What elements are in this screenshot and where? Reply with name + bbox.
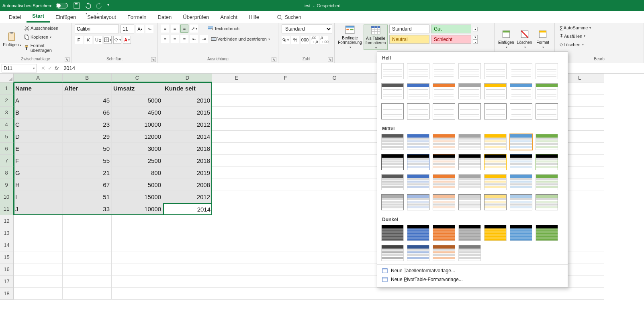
column-header[interactable]: B <box>63 74 112 82</box>
font-dialog-launcher[interactable]: ⬊ <box>151 57 156 62</box>
cell[interactable]: 2010 <box>163 95 212 107</box>
cell[interactable] <box>261 143 310 155</box>
decrease-font-button[interactable]: A▾ <box>145 25 153 33</box>
row-header[interactable]: 4 <box>0 119 14 131</box>
cell[interactable] <box>310 203 359 215</box>
cell[interactable] <box>555 288 604 300</box>
column-header[interactable]: D <box>163 74 212 82</box>
cell-style-good[interactable]: Gut <box>431 25 471 33</box>
cell[interactable] <box>408 288 457 300</box>
cell[interactable]: C <box>14 119 63 131</box>
cell[interactable] <box>261 107 310 119</box>
increase-font-button[interactable]: A▴ <box>136 25 144 33</box>
tab-ansicht[interactable]: Ansicht <box>215 12 243 23</box>
cell[interactable] <box>163 263 212 275</box>
cell[interactable]: 55 <box>63 155 112 167</box>
cell[interactable]: 2012 <box>163 119 212 131</box>
cell[interactable] <box>163 251 212 263</box>
cell[interactable]: H <box>14 179 63 191</box>
cell[interactable] <box>163 288 212 300</box>
align-left-button[interactable]: ≡ <box>161 35 169 43</box>
table-style-thumb[interactable] <box>407 154 429 170</box>
styles-scroll-up[interactable]: ▴ <box>473 27 478 31</box>
cell[interactable] <box>163 227 212 239</box>
cell[interactable]: 5000 <box>112 179 163 191</box>
format-cells-button[interactable]: Format <box>534 29 551 49</box>
cell[interactable]: 2008 <box>163 179 212 191</box>
cell[interactable] <box>261 275 310 288</box>
cell[interactable] <box>261 119 310 131</box>
cell[interactable] <box>261 167 310 179</box>
table-style-thumb[interactable] <box>433 194 455 210</box>
cell[interactable]: 2014 <box>163 131 212 143</box>
tab-formeln[interactable]: Formeln <box>122 12 152 23</box>
cell-style-standard[interactable]: Standard <box>389 25 429 33</box>
select-all-corner[interactable] <box>0 74 14 82</box>
cell[interactable] <box>63 227 112 239</box>
table-style-thumb[interactable] <box>536 154 558 170</box>
column-header[interactable]: A <box>14 74 63 82</box>
table-style-thumb[interactable] <box>381 194 404 210</box>
name-box[interactable]: D11▾ <box>2 64 37 72</box>
autosum-button[interactable]: ∑AutoSumme <box>558 25 640 31</box>
autosave-toggle[interactable] <box>56 3 68 8</box>
table-style-thumb[interactable] <box>407 134 429 150</box>
table-style-thumb[interactable] <box>458 245 481 261</box>
cell[interactable]: J <box>14 203 63 215</box>
cell[interactable] <box>112 251 163 263</box>
tab-start[interactable]: Start <box>27 10 50 23</box>
table-style-thumb[interactable] <box>407 174 429 190</box>
cell[interactable] <box>310 179 359 191</box>
increase-indent-button[interactable]: ⇥ <box>200 35 208 43</box>
table-style-thumb[interactable] <box>381 154 404 170</box>
table-style-thumb[interactable] <box>484 103 507 119</box>
row-header[interactable]: 6 <box>0 143 14 155</box>
cell[interactable] <box>261 251 310 263</box>
cell[interactable] <box>63 275 112 288</box>
decrease-decimal-button[interactable]: ,0→,00 <box>320 36 328 44</box>
cell[interactable] <box>310 131 359 143</box>
table-style-thumb[interactable] <box>381 63 404 79</box>
cell[interactable] <box>212 251 261 263</box>
cell[interactable] <box>506 288 555 300</box>
row-header[interactable]: 9 <box>0 179 14 191</box>
cell[interactable] <box>63 215 112 227</box>
table-style-thumb[interactable] <box>433 63 455 79</box>
wrap-text-button[interactable]: Textumbruch <box>206 25 241 32</box>
table-style-thumb[interactable] <box>381 245 404 261</box>
cell[interactable] <box>310 82 359 95</box>
row-header[interactable]: 16 <box>0 263 14 275</box>
cell[interactable]: 29 <box>63 131 112 143</box>
table-style-thumb[interactable] <box>407 63 429 79</box>
cell[interactable] <box>212 263 261 275</box>
cell[interactable] <box>261 179 310 191</box>
column-header[interactable]: F <box>261 74 310 82</box>
row-header[interactable]: 11 <box>0 203 14 215</box>
new-pivot-style-item[interactable]: Neue PivotTable-Formatvorlage... <box>377 275 568 284</box>
row-header[interactable]: 8 <box>0 167 14 179</box>
cell[interactable] <box>310 155 359 167</box>
merge-center-button[interactable]: Verbinden und zentrieren <box>209 35 272 43</box>
table-style-thumb[interactable] <box>458 174 481 190</box>
number-format-select[interactable]: Standard <box>282 25 332 33</box>
cell[interactable]: E <box>14 143 63 155</box>
row-header[interactable]: 18 <box>0 288 14 300</box>
align-center-button[interactable]: ≡ <box>171 35 179 43</box>
cell[interactable]: Kunde seit <box>163 82 212 95</box>
table-style-thumb[interactable] <box>458 194 481 210</box>
font-name-input[interactable] <box>75 25 119 33</box>
table-style-thumb[interactable] <box>407 245 429 261</box>
format-painter-button[interactable]: Format übertragen <box>22 42 68 53</box>
cell[interactable] <box>310 263 359 275</box>
cell[interactable] <box>212 119 261 131</box>
cell[interactable] <box>261 155 310 167</box>
cell[interactable] <box>310 251 359 263</box>
table-style-thumb[interactable] <box>510 194 532 210</box>
fx-icon[interactable]: fx <box>55 65 59 71</box>
copy-button[interactable]: Kopieren <box>22 33 68 41</box>
clear-button[interactable]: ◇Löschen <box>558 41 640 48</box>
borders-button[interactable] <box>104 36 112 44</box>
cell[interactable]: 3000 <box>112 143 163 155</box>
row-header[interactable]: 3 <box>0 107 14 119</box>
table-style-thumb[interactable] <box>381 225 404 241</box>
